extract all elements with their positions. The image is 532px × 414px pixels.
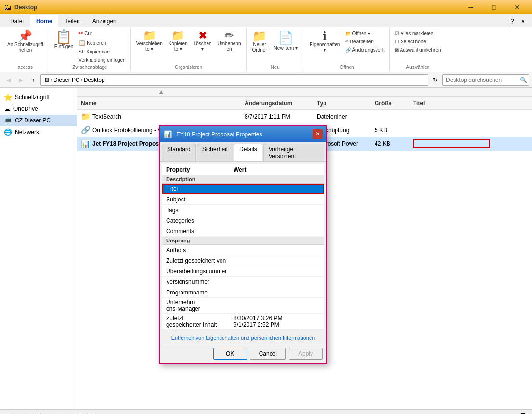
- header-title[interactable]: Titel: [409, 98, 532, 108]
- edit-button[interactable]: ✏ Bearbeiten: [343, 38, 387, 45]
- new-folder-icon: 📁: [252, 30, 267, 42]
- dialog-tab-vorherige[interactable]: Vorherige Versionen: [263, 144, 324, 161]
- copy-button[interactable]: 📋 Kopieren: [77, 39, 127, 47]
- help-button[interactable]: ?: [507, 16, 518, 27]
- new-item-button[interactable]: 📄 New item ▾: [271, 29, 301, 52]
- file-row-textsearch[interactable]: 📁 TextSearch 8/7/2017 1:11 PM Dateiordne…: [77, 110, 532, 123]
- file-size-outlook: 5 KB: [371, 126, 409, 134]
- copy-path-button[interactable]: SE Kopierpfad: [77, 48, 127, 55]
- sort-name-arrow[interactable]: ▲: [82, 88, 241, 96]
- properties-button[interactable]: ℹ Eigenschaften▾: [307, 29, 342, 54]
- ribbon-group-access-label: access: [18, 65, 33, 70]
- search-input[interactable]: [446, 77, 518, 83]
- ribbon-group-organize-label: Organisieren: [175, 65, 202, 70]
- up-button[interactable]: ↑: [28, 75, 39, 85]
- tab-teilen[interactable]: Teilen: [58, 15, 86, 27]
- ribbon-access-items: 📌 An Schnellzugriffheften: [5, 29, 46, 64]
- props-row-zuletzt-gespeicherter-inhalt[interactable]: Zuletzt 8/30/2017 3:26 PM gespeicherter …: [162, 314, 324, 330]
- props-row-subject[interactable]: Subject: [162, 194, 324, 205]
- props-row-unternehm[interactable]: Unternehmens-Manager: [162, 298, 324, 314]
- invert-selection-button[interactable]: ⊠ Auswahl umkehren: [393, 46, 442, 53]
- dialog-tab-standard[interactable]: Standard: [162, 144, 196, 161]
- dialog-buttons: OK Cancel Apply: [160, 344, 326, 363]
- props-row-comments[interactable]: Comments: [162, 226, 324, 237]
- props-row-authors[interactable]: Authors: [162, 245, 324, 255]
- ribbon-group-new: 📁 NeuerOrdner 📄 New item ▾ Neu: [247, 28, 304, 71]
- dialog-tab-sicherheit[interactable]: Sicherheit: [197, 144, 233, 161]
- sidebar-item-onedrive[interactable]: ☁ OneDrive: [0, 103, 77, 115]
- sidebar-item-quickaccess[interactable]: ⭐ Schnellzugriff: [0, 92, 77, 103]
- maximize-button[interactable]: □: [483, 0, 505, 14]
- props-row-programmname[interactable]: Programmname: [162, 287, 324, 298]
- header-type[interactable]: Typ: [313, 98, 371, 108]
- rename-icon: ✏: [225, 30, 234, 41]
- pin-to-quickaccess-button[interactable]: 📌 An Schnellzugriffheften: [5, 29, 46, 54]
- props-row-categories[interactable]: Categories: [162, 215, 324, 226]
- dialog-tab-details[interactable]: Details: [234, 144, 262, 161]
- sidebar: ⭐ Schnellzugriff ☁ OneDrive 💻 CZ Dieser …: [0, 88, 77, 409]
- rename-button[interactable]: ✏ Umbenennen: [215, 29, 244, 53]
- history-button[interactable]: 🔗 Änderungsverf.: [343, 46, 387, 53]
- select-none-button[interactable]: ☐ Select none: [393, 38, 442, 45]
- dialog-close-button[interactable]: ✕: [313, 129, 323, 139]
- props-row-tags[interactable]: Tags: [162, 205, 324, 215]
- props-row-titel[interactable]: Titel: [162, 184, 324, 194]
- prop-value-zuletzt-inhalt: 8/30/2017 3:26 PM: [234, 315, 320, 321]
- cut-button[interactable]: ✂ Cut: [77, 29, 127, 38]
- paste-shortcut-button[interactable]: Verknüpfung einfügen: [77, 56, 127, 64]
- tab-home[interactable]: Home: [30, 15, 58, 27]
- copy-to-button[interactable]: 📁 Kopierento ▾: [166, 29, 190, 53]
- ribbon-open-items: ℹ Eigenschaften▾ 📂 Öffnen ▾ ✏ Bearbeiten…: [307, 29, 387, 64]
- refresh-button[interactable]: ↻: [430, 75, 441, 85]
- header-name[interactable]: Name: [77, 98, 241, 108]
- address-path[interactable]: 🖥 › Dieser PC › Desktop: [40, 74, 428, 86]
- copy-to-icon: 📁: [171, 30, 184, 41]
- new-folder-button[interactable]: 📁 NeuerOrdner: [249, 29, 269, 54]
- ok-button[interactable]: OK: [213, 348, 247, 360]
- select-all-button[interactable]: ☑ Alles markieren: [393, 30, 442, 37]
- tab-datei[interactable]: Datei: [4, 15, 30, 27]
- sidebar-item-dieser-pc[interactable]: 💻 CZ Dieser PC: [0, 115, 77, 126]
- search-box[interactable]: 🔍: [442, 74, 529, 86]
- forward-button[interactable]: ▶: [15, 75, 26, 85]
- file-type-textsearch: Dateiordner: [313, 112, 371, 121]
- pin-icon: 📌: [18, 30, 32, 42]
- status-text: 4 Elemente 1 Element ausgewählt KB.1: [4, 413, 97, 414]
- move-icon: 📁: [143, 30, 156, 41]
- file-title-proposal-cell[interactable]: [409, 138, 532, 149]
- value-column-label: Wert: [234, 166, 313, 173]
- header-date[interactable]: Änderungsdatum: [241, 98, 313, 108]
- edit-icon: ✏: [345, 39, 349, 44]
- props-row-uberarbeitungsnummer[interactable]: Überarbeitungsnummer: [162, 266, 324, 277]
- back-button[interactable]: ◀: [3, 75, 13, 85]
- file-name-textsearch: 📁 TextSearch: [77, 111, 241, 122]
- props-row-versionsnummer[interactable]: Versionsnummer: [162, 277, 324, 287]
- ribbon-group-organize: 📁 Verschiebento ▾ 📁 Kopierento ▾ ✖ Lösch…: [131, 28, 247, 71]
- tab-anzeigen[interactable]: Anzeigen: [86, 15, 123, 27]
- move-to-button[interactable]: 📁 Verschiebento ▾: [134, 29, 165, 53]
- remove-properties-link[interactable]: Entfernen von Eigenschaften und persönli…: [160, 332, 326, 344]
- open-button[interactable]: 📂 Öffnen ▾: [343, 30, 387, 37]
- ribbon-clipboard-items: 📋 Einfügen ✂ Cut 📋 Kopieren SE Kopierpfa…: [52, 29, 128, 64]
- sidebar-item-netzwerk[interactable]: 🌐 Netzwerk: [0, 126, 77, 138]
- section-ursprung: Ursprung: [162, 237, 324, 245]
- title-edit-input[interactable]: [413, 139, 490, 148]
- window-controls: ─ □ ✕: [460, 0, 528, 14]
- header-size[interactable]: Größe: [371, 98, 409, 108]
- file-title-outlook: [409, 129, 532, 131]
- ribbon-collapse-button[interactable]: ∧: [518, 16, 528, 27]
- delete-button[interactable]: ✖ Löschen▾: [191, 29, 214, 53]
- view-toggle: ⊞ ☰: [505, 410, 528, 414]
- minimize-button[interactable]: ─: [460, 0, 482, 14]
- paste-button[interactable]: 📋 Einfügen: [52, 29, 76, 51]
- sidebar-onedrive-label: OneDrive: [13, 106, 38, 112]
- props-row-zuletzt-gespeichert-von[interactable]: Zuletzt gespeichert von: [162, 255, 324, 266]
- props-scroll-area[interactable]: Description Titel Subject Tags Categorie…: [162, 175, 324, 330]
- list-view-button[interactable]: ☰: [518, 410, 528, 414]
- apply-button[interactable]: Apply: [289, 348, 323, 360]
- close-button[interactable]: ✕: [506, 0, 528, 14]
- grid-view-button[interactable]: ⊞: [505, 410, 516, 414]
- scissors-icon: ✂: [78, 30, 83, 37]
- cancel-button[interactable]: Cancel: [250, 348, 286, 360]
- ribbon: 📌 An Schnellzugriffheften access 📋 Einfü…: [0, 27, 532, 72]
